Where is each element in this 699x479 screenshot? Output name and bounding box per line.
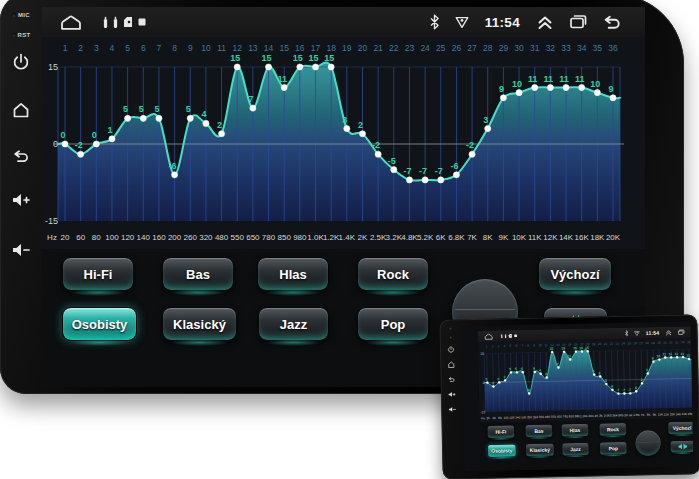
volume-up-icon[interactable] [448, 390, 456, 398]
eq-band-handle[interactable] [563, 351, 565, 353]
eq-band-handle[interactable] [539, 373, 541, 375]
status-back-icon[interactable] [601, 12, 623, 32]
eq-band-handle[interactable] [587, 350, 589, 352]
eq-band-handle[interactable] [344, 126, 350, 132]
eq-band-handle[interactable] [579, 84, 585, 90]
eq-band-handle[interactable] [617, 392, 619, 394]
power-button[interactable] [11, 52, 31, 72]
eq-band-handle[interactable] [203, 120, 209, 126]
eq-graph[interactable]: 1234567891011121314151617181920212223242… [478, 337, 694, 422]
preset-pop-button[interactable]: Pop [357, 307, 429, 341]
eq-band-handle[interactable] [156, 115, 162, 121]
eq-band-handle[interactable] [109, 136, 115, 142]
eq-band-handle[interactable] [510, 371, 512, 373]
power-icon[interactable] [447, 345, 455, 353]
eq-band-handle[interactable] [532, 84, 538, 90]
home-button[interactable] [11, 100, 31, 120]
status-home-icon[interactable] [484, 333, 494, 340]
reset-default-button[interactable]: Výchozí [538, 257, 612, 291]
volume-down-icon[interactable] [448, 405, 456, 413]
eq-band-handle[interactable] [391, 167, 397, 173]
eq-band-handle[interactable] [629, 392, 631, 394]
eq-band-handle[interactable] [78, 151, 84, 157]
preset-rock-button[interactable]: Rock [357, 257, 429, 291]
eq-band-handle[interactable] [652, 360, 654, 362]
preset-hlas-button[interactable]: Hlas [561, 423, 589, 436]
eq-band-handle[interactable] [581, 350, 583, 352]
eq-band-handle[interactable] [676, 356, 678, 358]
preset-hlas-button[interactable]: Hlas [257, 257, 329, 291]
eq-band-handle[interactable] [218, 131, 224, 137]
eq-band-handle[interactable] [516, 371, 518, 373]
eq-band-handle[interactable] [682, 356, 684, 358]
status-back-icon[interactable] [690, 328, 694, 336]
eq-band-handle[interactable] [594, 90, 600, 96]
preset-hifi-button[interactable]: Hi-Fi [487, 425, 515, 438]
eq-band-handle[interactable] [546, 376, 548, 378]
volume-knob[interactable] [635, 430, 661, 456]
eq-band-handle[interactable] [569, 358, 571, 360]
eq-band-handle[interactable] [125, 115, 131, 121]
eq-band-handle[interactable] [528, 392, 530, 394]
preset-pop-button[interactable]: Pop [600, 442, 628, 455]
eq-band-handle[interactable] [563, 84, 569, 90]
eq-band-handle[interactable] [469, 151, 475, 157]
eq-band-handle[interactable] [611, 389, 613, 391]
preset-jazz-button[interactable]: Jazz [562, 442, 589, 455]
eq-band-handle[interactable] [504, 379, 506, 381]
eq-band-handle[interactable] [593, 373, 595, 375]
eq-band-handle[interactable] [328, 64, 334, 70]
eq-band-handle[interactable] [670, 356, 672, 358]
eq-band-handle[interactable] [312, 64, 318, 70]
eq-band-handle[interactable] [422, 177, 428, 183]
eq-band-handle[interactable] [599, 375, 601, 377]
eq-band-handle[interactable] [187, 115, 193, 121]
eq-band-handle[interactable] [359, 131, 365, 137]
recent-apps-icon[interactable] [677, 329, 685, 336]
eq-band-handle[interactable] [438, 177, 444, 183]
eq-band-handle[interactable] [406, 177, 412, 183]
eq-band-handle[interactable] [485, 126, 491, 132]
eq-band-handle[interactable] [516, 90, 522, 96]
eq-band-handle[interactable] [664, 356, 666, 358]
preset-hifi-button[interactable]: Hi-Fi [62, 257, 134, 291]
eq-band-handle[interactable] [658, 358, 660, 360]
back-button[interactable] [11, 146, 31, 166]
eq-band-handle[interactable] [453, 172, 459, 178]
eq-band-handle[interactable] [265, 64, 271, 70]
eq-band-handle[interactable] [610, 95, 616, 101]
eq-band-handle[interactable] [647, 372, 649, 374]
status-home-icon[interactable] [58, 13, 84, 32]
eq-band-handle[interactable] [522, 371, 524, 373]
eq-band-handle[interactable] [486, 381, 488, 383]
home-icon[interactable] [447, 360, 455, 368]
preset-bas-button[interactable]: Bas [525, 424, 553, 437]
eq-band-handle[interactable] [297, 64, 303, 70]
eq-band-handle[interactable] [93, 141, 99, 147]
eq-band-handle[interactable] [547, 84, 553, 90]
loudness-button[interactable] [670, 440, 693, 453]
collapse-up-icon[interactable] [665, 329, 673, 337]
eq-band-handle[interactable] [234, 64, 240, 70]
eq-band-handle[interactable] [62, 141, 68, 147]
eq-band-handle[interactable] [575, 350, 577, 352]
eq-graph[interactable]: 1234567891011121314151617181920212223242… [42, 37, 645, 249]
preset-jazz-button[interactable]: Jazz [258, 307, 329, 341]
eq-band-handle[interactable] [557, 366, 559, 368]
eq-band-handle[interactable] [635, 390, 637, 392]
eq-band-handle[interactable] [492, 385, 494, 387]
eq-band-handle[interactable] [641, 382, 643, 384]
preset-klasicky-button[interactable]: Klasický [162, 307, 237, 341]
preset-bas-button[interactable]: Bas [162, 257, 234, 291]
eq-band-handle[interactable] [551, 351, 553, 353]
eq-band-handle[interactable] [623, 392, 625, 394]
reset-default-button[interactable]: Výchozí [668, 421, 694, 434]
preset-osobisty-button[interactable]: Osobisty [488, 444, 517, 458]
preset-osobisty-button[interactable]: Osobisty [62, 307, 137, 341]
eq-band-handle[interactable] [281, 84, 287, 90]
eq-band-handle[interactable] [534, 371, 536, 373]
recent-apps-icon[interactable] [568, 13, 588, 31]
volume-up-button[interactable] [11, 190, 31, 210]
eq-band-handle[interactable] [498, 381, 500, 383]
eq-band-handle[interactable] [688, 358, 690, 360]
